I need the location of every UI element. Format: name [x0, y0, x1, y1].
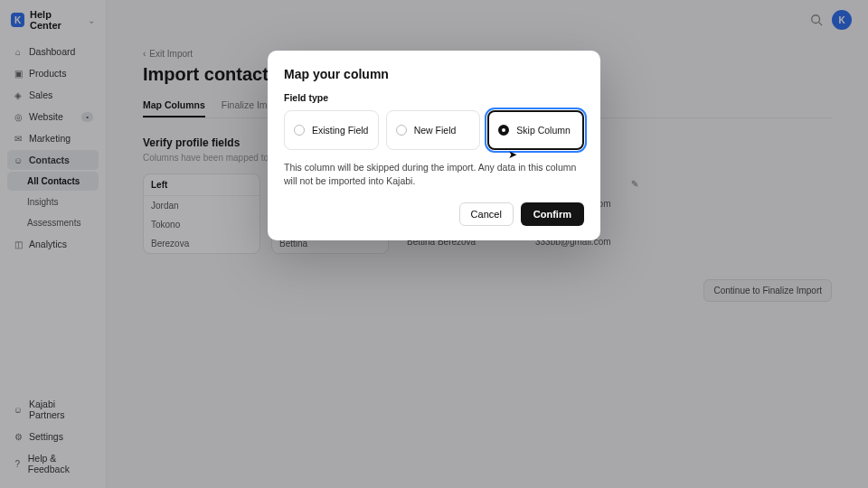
field-type-label: Field type [284, 92, 584, 103]
option-new-field[interactable]: New Field [386, 110, 481, 150]
option-skip-column[interactable]: Skip Column [487, 110, 584, 150]
modal-title: Map your column [284, 67, 584, 81]
modal-description: This column will be skipped during the i… [284, 161, 584, 188]
cancel-button[interactable]: Cancel [459, 202, 514, 226]
radio-icon [498, 125, 509, 136]
option-label: New Field [414, 125, 457, 136]
option-label: Skip Column [516, 125, 571, 136]
option-label: Existing Field [312, 125, 368, 136]
radio-icon [396, 125, 407, 136]
field-type-options: Existing Field New Field Skip Column [284, 110, 584, 150]
radio-icon [294, 125, 305, 136]
confirm-button[interactable]: Confirm [521, 202, 584, 226]
map-column-modal: Map your column Field type Existing Fiel… [268, 51, 600, 240]
option-existing-field[interactable]: Existing Field [284, 110, 379, 150]
modal-overlay[interactable]: Map your column Field type Existing Fiel… [0, 0, 868, 488]
modal-actions: Cancel Confirm [284, 202, 584, 226]
